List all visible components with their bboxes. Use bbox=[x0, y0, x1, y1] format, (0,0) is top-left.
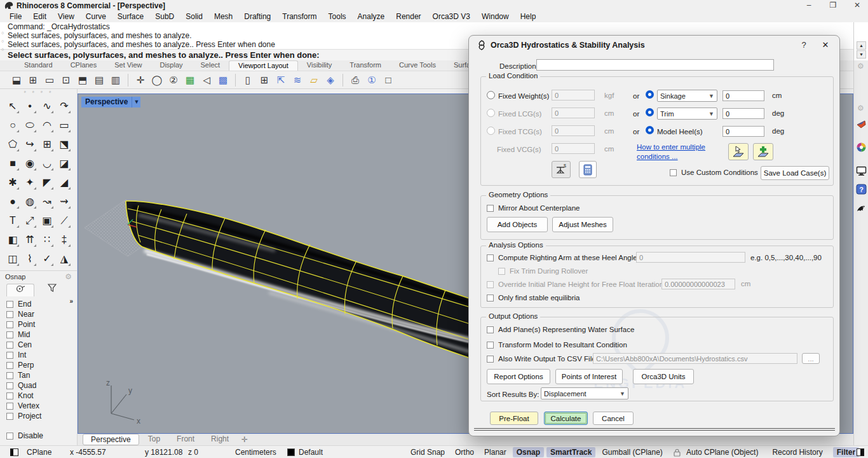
osnap-option[interactable]: Int bbox=[6, 350, 41, 360]
ellipse[interactable]: ⬭ bbox=[22, 116, 38, 134]
osnap-option[interactable]: Mid bbox=[6, 330, 41, 340]
single-viewport[interactable]: ▭ bbox=[42, 73, 57, 87]
checkbox[interactable] bbox=[6, 413, 13, 420]
viewport-title-menu[interactable]: Perspective ▼ bbox=[81, 97, 140, 108]
model-heel-radio[interactable] bbox=[646, 126, 654, 134]
status-cplane[interactable]: CPlane bbox=[27, 447, 51, 457]
weight-cost-button[interactable]: $ bbox=[552, 161, 571, 178]
menu-item[interactable]: File bbox=[4, 11, 27, 22]
toolbar-tab[interactable]: Set View bbox=[105, 60, 151, 71]
fixed-weight-radio[interactable] bbox=[487, 91, 495, 99]
polygon[interactable]: ⬠ bbox=[4, 135, 21, 153]
description-input[interactable] bbox=[536, 59, 774, 71]
transform-model-option[interactable]: Transform Model to Resultant Condition bbox=[487, 340, 627, 349]
osnap-option[interactable]: Project bbox=[6, 411, 41, 421]
new-viewport[interactable]: ⬒ bbox=[75, 73, 90, 87]
pre-float-button[interactable]: Pre-Float bbox=[490, 412, 538, 425]
menu-item[interactable]: Orca3D V3 bbox=[427, 11, 476, 22]
viewport-tab[interactable]: Front bbox=[169, 434, 202, 445]
check-objects[interactable]: ✓ bbox=[39, 249, 55, 268]
lock-viewport[interactable]: □ bbox=[381, 73, 396, 87]
twist[interactable]: ◫ bbox=[4, 249, 21, 268]
cancel-button[interactable]: Cancel bbox=[593, 412, 634, 425]
menu-item[interactable]: Mesh bbox=[208, 11, 238, 22]
array[interactable]: ▣ bbox=[39, 211, 55, 230]
mirror[interactable]: ⟋ bbox=[56, 211, 72, 230]
viewport-tab[interactable]: Perspective bbox=[83, 434, 139, 445]
layout-grid[interactable]: ⊞ bbox=[257, 73, 272, 87]
close-button[interactable]: ✕ bbox=[850, 1, 864, 10]
viewport-layout[interactable]: ⬓ bbox=[9, 73, 24, 87]
menu-item[interactable]: Help bbox=[515, 11, 542, 22]
gear-icon[interactable]: ⚙ bbox=[65, 272, 72, 281]
calculator-button[interactable] bbox=[579, 161, 597, 178]
compute-righting-arm-option[interactable]: Compute Righting Arm at these Heel Angle… bbox=[487, 253, 641, 262]
stable-equilibria-option[interactable]: Only find stable equilibria bbox=[487, 293, 580, 302]
mirror-centerplane-option[interactable]: Mirror About Centerplane bbox=[487, 204, 580, 212]
osnap-disable-option[interactable]: Disable bbox=[6, 431, 43, 440]
solid-primitives[interactable]: ◮ bbox=[56, 249, 72, 268]
checkbox[interactable] bbox=[6, 331, 13, 338]
point[interactable]: • bbox=[22, 97, 38, 115]
help-panel-icon[interactable]: ? bbox=[856, 184, 867, 195]
add-water-plane-option[interactable]: Add Plane(s) Representing Water Surface bbox=[487, 325, 634, 334]
sinkage-dropdown[interactable]: Sinkage ▼ bbox=[657, 90, 717, 102]
toolbar-tab[interactable]: Transform bbox=[341, 60, 390, 71]
fixed-lcg-input[interactable]: 0 bbox=[552, 108, 595, 118]
status-units[interactable]: Centimeters bbox=[235, 447, 276, 457]
boolean-difference[interactable]: ◍ bbox=[22, 192, 38, 211]
toolbar-tab[interactable]: Curve Tools bbox=[390, 60, 445, 71]
add-plane-button[interactable] bbox=[753, 143, 773, 160]
water-level[interactable]: ≋ bbox=[290, 73, 305, 87]
status-layer-name[interactable]: Default bbox=[299, 447, 323, 457]
dialog-help-button[interactable]: ? bbox=[798, 40, 810, 50]
select-planes-button[interactable] bbox=[728, 143, 749, 160]
menu-item[interactable]: View bbox=[52, 11, 80, 22]
split-horizontal[interactable]: ▤ bbox=[92, 73, 107, 87]
fixed-lcg-radio[interactable] bbox=[487, 109, 495, 117]
checkbox[interactable] bbox=[6, 311, 13, 318]
panel-toggle-icon[interactable] bbox=[857, 448, 864, 456]
gear-icon[interactable]: ⚙ bbox=[857, 62, 864, 71]
checkbox[interactable] bbox=[6, 382, 13, 389]
heel-angles-input[interactable]: 0 bbox=[636, 252, 745, 263]
osnap-option[interactable]: Cen bbox=[6, 340, 41, 350]
points-of-interest-button[interactable]: Points of Interest bbox=[555, 369, 623, 384]
model-heel-input[interactable]: 0 bbox=[722, 126, 764, 137]
gear-icon[interactable]: ⚙ bbox=[857, 104, 864, 113]
curve-through-points[interactable]: ↷ bbox=[56, 97, 72, 115]
use-custom-conditions-option[interactable]: Use Custom Conditions bbox=[670, 168, 758, 177]
curve-fillet[interactable]: ↪ bbox=[22, 135, 38, 153]
menu-item[interactable]: Render bbox=[390, 11, 426, 22]
restore-button[interactable]: ❐ bbox=[826, 1, 840, 10]
osnap-option[interactable]: Near bbox=[6, 309, 41, 319]
trim-dropdown[interactable]: Trim ▼ bbox=[657, 108, 717, 120]
toolbar-tab[interactable]: Select bbox=[192, 60, 229, 71]
orca3d-units-button[interactable]: Orca3D Units bbox=[633, 369, 694, 384]
menu-item[interactable]: Surface bbox=[112, 11, 149, 22]
menu-item[interactable]: SubD bbox=[149, 11, 180, 22]
four-viewports[interactable]: ⊞ bbox=[25, 73, 41, 87]
checkbox[interactable] bbox=[487, 295, 494, 302]
add-objects-button[interactable]: Add Objects bbox=[487, 217, 548, 232]
checkbox[interactable] bbox=[6, 321, 13, 328]
layer-pane-icon[interactable] bbox=[10, 448, 18, 456]
checkbox[interactable] bbox=[670, 169, 677, 176]
text-object[interactable]: T bbox=[4, 211, 21, 230]
named-view-spool[interactable]: ◈ bbox=[323, 73, 338, 87]
viewport-tab[interactable]: Top bbox=[140, 434, 168, 445]
status-toggle[interactable]: Filter bbox=[833, 447, 859, 457]
fix-trim-rollover-option[interactable]: Fix Trim During Rollover bbox=[498, 267, 588, 275]
save-load-cases-button[interactable]: Save Load Case(s) bbox=[761, 166, 829, 180]
selection-filter-tab[interactable] bbox=[38, 284, 66, 296]
status-toggle[interactable]: Grid Snap bbox=[407, 447, 449, 457]
two-point-perspective[interactable]: ② bbox=[166, 73, 181, 87]
extrude-surface[interactable]: ◧ bbox=[4, 230, 21, 249]
split-vertical[interactable]: ▥ bbox=[108, 73, 123, 87]
osnap-option[interactable]: End bbox=[6, 299, 41, 309]
override-plane-height-option[interactable]: Override Initial Plane Height for Free F… bbox=[487, 280, 663, 289]
boolean-splash[interactable]: ✦ bbox=[22, 173, 38, 191]
sort-results-dropdown[interactable]: Displacement ▼ bbox=[541, 387, 628, 399]
print-display[interactable]: ⎙ bbox=[348, 73, 363, 87]
viewport-tab[interactable]: Right bbox=[203, 434, 236, 445]
